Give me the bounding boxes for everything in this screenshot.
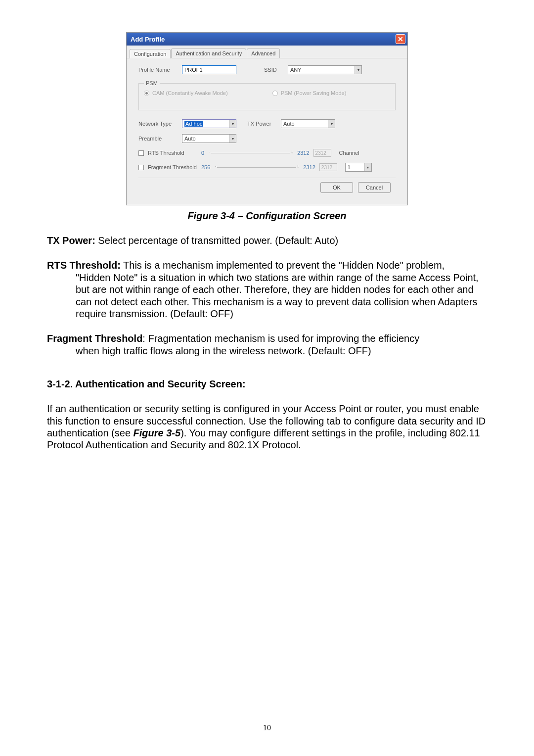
tab-authentication[interactable]: Authentication and Security xyxy=(171,48,246,58)
tx-power-value: Auto xyxy=(283,121,295,127)
radio-icon xyxy=(272,91,278,96)
titlebar: Add Profile ✕ xyxy=(127,33,407,46)
channel-label: Channel xyxy=(339,150,359,156)
chevron-down-icon: ▾ xyxy=(328,120,335,128)
preamble-label: Preamble xyxy=(138,136,178,142)
cancel-button[interactable]: Cancel xyxy=(358,182,391,193)
ssid-select[interactable]: ANY ▾ xyxy=(288,65,362,74)
chevron-down-icon: ▾ xyxy=(355,66,361,74)
section-heading: 3-1-2. Authentication and Security Scree… xyxy=(47,378,487,390)
tab-advanced[interactable]: Advanced xyxy=(247,48,280,58)
figure-reference: Figure 3-5 xyxy=(134,427,181,438)
tx-power-select[interactable]: Auto ▾ xyxy=(281,119,335,128)
ssid-label: SSID xyxy=(264,67,284,73)
frag-min: 256 xyxy=(201,164,210,170)
term-tx-power: TX Power: xyxy=(47,235,95,246)
radio-psm-label: PSM (Power Saving Mode) xyxy=(281,90,347,96)
tab-bar: Configuration Authentication and Securit… xyxy=(127,46,407,58)
close-icon: ✕ xyxy=(398,35,403,43)
rts-value-box: 2312 xyxy=(313,149,331,157)
frag-checkbox[interactable] xyxy=(138,165,144,170)
ok-button[interactable]: OK xyxy=(320,182,353,193)
ssid-value: ANY xyxy=(290,67,302,73)
text-frag-rest: when high traffic flows along in the wir… xyxy=(47,345,487,357)
rts-min: 0 xyxy=(201,150,204,156)
page-number: 10 xyxy=(0,723,534,732)
rts-label: RTS Threshold xyxy=(148,150,197,156)
rts-slider[interactable]: · ↓ xyxy=(211,153,290,153)
frag-value-box: 2312 xyxy=(319,163,337,171)
chevron-down-icon: ▾ xyxy=(229,135,236,142)
network-type-label: Network Type xyxy=(138,121,178,127)
radio-cam-label: CAM (Constantly Awake Mode) xyxy=(152,90,228,96)
frag-slider[interactable]: · ↓ xyxy=(217,167,296,168)
para-rts: RTS Threshold: This is a mechanism imple… xyxy=(47,259,487,320)
dialog-title: Add Profile xyxy=(131,36,165,43)
preamble-select[interactable]: Auto ▾ xyxy=(182,134,236,143)
add-profile-dialog: Add Profile ✕ Configuration Authenticati… xyxy=(126,32,408,205)
psm-fieldset: PSM CAM (Constantly Awake Mode) PSM (Pow… xyxy=(138,80,396,110)
radio-psm[interactable]: PSM (Power Saving Mode) xyxy=(272,90,347,96)
figure-caption: Figure 3-4 – Configuration Screen xyxy=(47,210,487,222)
term-rts: RTS Threshold: xyxy=(47,260,121,271)
rts-checkbox[interactable] xyxy=(138,150,144,156)
body-paragraph: If an authentication or security setting… xyxy=(47,403,487,451)
tx-power-label: TX Power xyxy=(247,121,277,127)
network-type-value: Ad hoc xyxy=(184,121,203,127)
preamble-value: Auto xyxy=(184,136,196,142)
radio-icon xyxy=(144,91,149,96)
profile-name-label: Profile Name xyxy=(138,67,178,73)
channel-value: 1 xyxy=(348,164,351,170)
dialog-body: Profile Name SSID ANY ▾ PSM CAM (Constan… xyxy=(127,58,407,205)
rts-max: 2312 xyxy=(297,150,309,156)
text-rts-firstline: This is a mechanism implemented to preve… xyxy=(121,260,445,271)
profile-name-input[interactable] xyxy=(182,65,236,74)
frag-label: Fragment Threshold xyxy=(148,164,197,170)
close-button[interactable]: ✕ xyxy=(396,34,405,44)
frag-max: 2312 xyxy=(303,164,315,170)
term-frag: Fragment Threshold xyxy=(47,333,142,344)
network-type-select[interactable]: Ad hoc ▾ xyxy=(182,119,236,128)
para-frag: Fragment Threshold: Fragmentation mechan… xyxy=(47,332,487,357)
psm-legend: PSM xyxy=(144,80,160,86)
tab-configuration[interactable]: Configuration xyxy=(130,49,171,58)
text-frag-firstline: : Fragmentation mechanism is used for im… xyxy=(142,333,419,344)
button-row: OK Cancel xyxy=(138,178,396,197)
text-rts-rest: "Hidden Note" is a situation in which tw… xyxy=(47,272,487,320)
chevron-down-icon: ▾ xyxy=(364,163,371,171)
para-tx-power: TX Power: Select percentage of transmitt… xyxy=(47,235,487,246)
channel-select[interactable]: 1 ▾ xyxy=(345,163,372,172)
chevron-down-icon: ▾ xyxy=(229,120,236,128)
text-tx-power: Select percentage of transmitted power. … xyxy=(95,235,338,246)
radio-cam[interactable]: CAM (Constantly Awake Mode) xyxy=(144,90,228,96)
